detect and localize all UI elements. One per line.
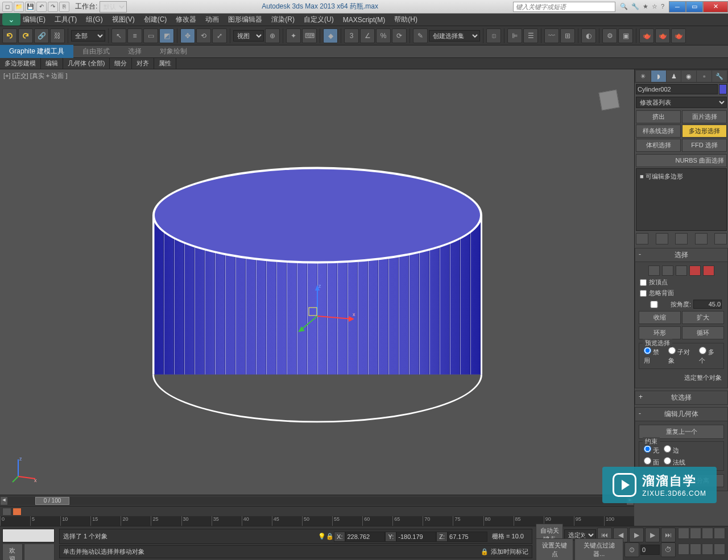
trackbar-key-icon[interactable] <box>13 508 22 516</box>
frame-number-input[interactable] <box>640 545 660 555</box>
star2-icon[interactable]: ☆ <box>652 3 657 10</box>
ribbon-tab-freeform[interactable]: 自由形式 <box>73 45 119 58</box>
menu-views[interactable]: 视图(V) <box>112 15 135 24</box>
render-iterative-icon[interactable]: 🫖 <box>655 28 670 43</box>
viewport-canvas[interactable]: z x <box>0 69 634 495</box>
select-scale-icon[interactable]: ⤢ <box>212 28 227 43</box>
ribbon-panel-polymodel[interactable]: 多边形建模 <box>0 58 41 69</box>
modifier-list-dropdown[interactable]: 修改器列表 <box>636 97 727 108</box>
ribbon-panel-edit[interactable]: 编辑 <box>41 58 63 69</box>
render-setup-icon[interactable]: ⚙ <box>602 28 617 43</box>
select-by-name-icon[interactable]: ≡ <box>127 28 142 43</box>
viewport-label[interactable]: [+] [正交] [真实 + 边面 ] <box>3 72 67 80</box>
menu-grapheditors[interactable]: 图形编辑器 <box>228 15 262 24</box>
radio-multi[interactable]: 多个 <box>699 347 719 365</box>
snap-toggle-icon[interactable]: ◆ <box>323 28 338 43</box>
menu-animation[interactable]: 动画 <box>205 15 219 24</box>
motion-tab-icon[interactable]: ◉ <box>681 70 696 82</box>
keyfilters-button[interactable]: 关键点过滤器... <box>574 538 623 560</box>
schematic-view-icon[interactable]: ⊞ <box>560 28 575 43</box>
material-editor-icon[interactable]: ◐ <box>581 28 596 43</box>
edit-named-sel-icon[interactable]: ✎ <box>413 28 428 43</box>
next-frame-icon[interactable]: ▶ <box>645 528 660 542</box>
move-gizmo[interactable]: z x <box>278 282 357 350</box>
pin-stack-icon[interactable] <box>636 233 648 244</box>
menu-create[interactable]: 创建(C) <box>144 15 167 24</box>
lock-icon[interactable]: 💡 <box>318 533 326 540</box>
modifier-stack[interactable]: ■ 可编辑多边形 <box>636 168 727 231</box>
named-selection-dropdown[interactable]: 创建选择集 <box>429 30 480 42</box>
fov-icon[interactable] <box>678 544 689 555</box>
angle-spinner[interactable] <box>693 300 722 309</box>
qat-save-icon[interactable]: 💾 <box>25 2 35 12</box>
sel-btn-poly[interactable]: 多边形选择 <box>682 125 727 138</box>
redo-icon[interactable] <box>18 28 33 43</box>
qat-open-icon[interactable]: 📁 <box>14 2 24 12</box>
select-rect-icon[interactable]: ▭ <box>143 28 158 43</box>
select-manipulate-icon[interactable]: ✦ <box>286 28 301 43</box>
chk-by-angle[interactable] <box>640 301 668 308</box>
qat-new-icon[interactable]: ◻ <box>2 2 13 12</box>
subobj-vertex-icon[interactable] <box>648 266 660 276</box>
help-icon[interactable]: ? <box>661 3 664 10</box>
btn-ring[interactable]: 环形 <box>639 326 681 339</box>
configure-sets-icon[interactable] <box>714 233 727 244</box>
time-slider[interactable]: ◄ 0 / 100 ► <box>0 495 634 506</box>
use-pivot-icon[interactable]: ⊕ <box>265 28 280 43</box>
undo-icon[interactable] <box>2 28 17 43</box>
pan-icon[interactable] <box>690 544 701 555</box>
coord-x-input[interactable] <box>345 532 385 542</box>
ribbon-tab-graphite[interactable]: Graphite 建模工具 <box>0 45 73 58</box>
make-unique-icon[interactable] <box>675 233 688 244</box>
render-production-icon[interactable]: 🫖 <box>639 28 654 43</box>
object-color-swatch[interactable] <box>719 84 727 94</box>
select-move-icon[interactable]: ✥ <box>180 28 195 43</box>
angle-snap-icon[interactable]: ∠ <box>360 28 375 43</box>
modstack-item-editpoly[interactable]: ■ 可编辑多边形 <box>639 171 724 182</box>
workspace-dropdown[interactable]: 默认 <box>100 1 127 13</box>
display-tab-icon[interactable]: ▫ <box>697 70 712 82</box>
ref-coord-dropdown[interactable]: 视图 <box>233 30 264 42</box>
menu-modifiers[interactable]: 修改器 <box>176 15 196 24</box>
qat-project-icon[interactable]: ⎘ <box>59 2 69 12</box>
ribbon-panel-align[interactable]: 对齐 <box>132 58 154 69</box>
orbit-icon[interactable] <box>702 544 713 555</box>
app-menu-icon[interactable]: ⌄ <box>2 13 20 26</box>
menu-rendering[interactable]: 渲染(R) <box>271 15 295 24</box>
snap-3-icon[interactable]: 3 <box>344 28 359 43</box>
goto-end-icon[interactable]: ⏭ <box>661 528 676 542</box>
keyboard-shortcut-icon[interactable]: ⌨ <box>302 28 317 43</box>
sel-btn-ffd[interactable]: FFD 选择 <box>682 139 727 152</box>
setkey-button[interactable]: 设置关键点 <box>536 538 573 560</box>
ribbon-tab-selection[interactable]: 选择 <box>119 45 151 58</box>
sel-btn-spline[interactable]: 样条线选择 <box>636 125 681 138</box>
zoom-icon[interactable] <box>678 528 689 539</box>
percent-snap-icon[interactable]: % <box>376 28 391 43</box>
menu-customize[interactable]: 自定义(U) <box>304 15 334 24</box>
radio-edge[interactable]: 边 <box>664 445 679 455</box>
lock2-icon[interactable]: 🔒 <box>326 533 334 540</box>
qat-undo-icon[interactable]: ↶ <box>36 2 47 12</box>
chk-ignore-backfacing[interactable] <box>640 290 647 297</box>
sel-btn-extrude[interactable]: 挤出 <box>636 110 681 123</box>
radio-none[interactable]: 无 <box>644 445 659 455</box>
subobj-border-icon[interactable] <box>676 266 687 276</box>
close-button[interactable]: ✕ <box>703 1 728 13</box>
ribbon-panel-subdivision[interactable]: 细分 <box>110 58 132 69</box>
chk-by-vertex[interactable] <box>640 279 647 286</box>
ribbon-panel-geometry[interactable]: 几何体 (全部) <box>63 58 110 69</box>
hierarchy-tab-icon[interactable]: ♟ <box>667 70 681 82</box>
radio-normal[interactable]: 法线 <box>664 457 685 467</box>
radio-face[interactable]: 面 <box>644 457 659 467</box>
zoom-extents-all-icon[interactable] <box>714 528 725 539</box>
rollout-editgeo-header[interactable]: 编辑几何体 <box>635 407 728 421</box>
zoom-extents-icon[interactable] <box>702 528 713 539</box>
timeslider-track[interactable]: 0 / 100 <box>8 497 626 505</box>
remove-modifier-icon[interactable] <box>695 233 708 244</box>
ribbon-tab-objectpaint[interactable]: 对象绘制 <box>151 45 196 58</box>
layers-icon[interactable]: ☰ <box>523 28 538 43</box>
object-name-input[interactable] <box>636 84 718 94</box>
radio-disable[interactable]: 禁用 <box>644 347 664 365</box>
subobj-polygon-icon[interactable] <box>689 266 701 276</box>
time-config-icon[interactable]: ⏱ <box>661 542 676 557</box>
